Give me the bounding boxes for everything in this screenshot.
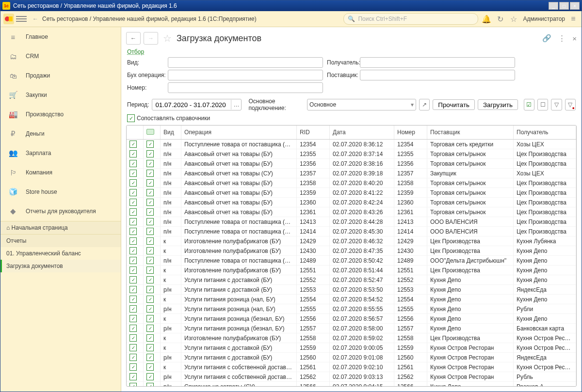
table-row[interactable]: ✓✓р/нУслуги питания с доставкой (БУ)1256… [127, 353, 576, 362]
row-checkbox[interactable]: ✓ [129, 179, 137, 187]
table-row[interactable]: ✓✓кИзготовление полуфабрикатов (БУ)12551… [127, 266, 576, 275]
row-checkbox-2[interactable]: ✓ [146, 199, 154, 206]
table-row[interactable]: ✓✓п/нАвансовый отчет на товары (БУ)12360… [127, 198, 576, 207]
row-checkbox[interactable]: ✓ [129, 373, 137, 380]
row-checkbox-2[interactable]: ✓ [146, 354, 154, 361]
table-row[interactable]: ✓✓п/нАвансовый отчет на товары (БУ)12359… [127, 188, 576, 198]
row-checkbox[interactable]: ✓ [129, 160, 137, 167]
sidebar-sub-1[interactable]: Загрузка документов [0, 260, 121, 272]
period-picker-button[interactable]: … [231, 100, 241, 110]
filter-button[interactable]: ▽ [551, 99, 562, 110]
table-row[interactable]: ✓✓кИзготовление полуфабрикатов (БУ)12429… [127, 236, 576, 246]
sidebar-item-6[interactable]: 👥Зарплата [0, 143, 121, 163]
row-checkbox[interactable]: ✓ [129, 334, 137, 342]
sidebar-item-7[interactable]: 🏳Компания [0, 163, 121, 182]
sidebar-item-5[interactable]: ₽Деньги [0, 124, 121, 143]
conn-open-button[interactable]: ↗ [419, 99, 430, 110]
history-icon[interactable]: ↻ [495, 14, 505, 24]
table-row[interactable]: ✓✓кУслуги питания розница (нал, БУ)12554… [127, 295, 576, 304]
row-checkbox[interactable]: ✓ [129, 141, 137, 148]
table-row[interactable]: ✓✓р/нУслуги питания с собственной достав… [127, 372, 576, 382]
col-header-1[interactable] [144, 125, 161, 140]
sidebar-item-4[interactable]: 🏭Производство [0, 105, 121, 124]
sidebar-item-1[interactable]: 🗂CRM [0, 47, 121, 66]
col-header-3[interactable]: Операция [181, 125, 297, 140]
row-checkbox-2[interactable]: ✓ [146, 179, 154, 187]
row-checkbox-2[interactable]: ✓ [146, 305, 154, 313]
row-checkbox[interactable]: ✓ [129, 237, 137, 245]
table-row[interactable]: ✓✓п/нПоступление товара от поставщика (Б… [127, 256, 576, 266]
col-header-4[interactable]: RID [297, 125, 330, 140]
row-checkbox-2[interactable]: ✓ [146, 286, 154, 293]
supplier-input[interactable] [360, 70, 515, 80]
table-row[interactable]: ✓✓р/нУслуги питания розница (безнал, БУ)… [127, 324, 576, 333]
table-row[interactable]: ✓✓п/нПоступление товара от поставщика (Б… [127, 217, 576, 227]
row-checkbox-2[interactable]: ✓ [146, 247, 154, 254]
row-checkbox[interactable]: ✓ [129, 228, 137, 235]
close-page-icon[interactable]: × [572, 34, 577, 43]
row-checkbox-2[interactable]: ✓ [146, 141, 154, 148]
table-row[interactable]: ✓✓п/нАвансовый отчет на товары (БУ)12358… [127, 178, 576, 188]
row-checkbox-2[interactable]: ✓ [146, 170, 154, 177]
table-row[interactable]: ✓✓п/нПоступление товара от поставщика (Б… [127, 227, 576, 236]
row-checkbox-2[interactable]: ✓ [146, 325, 154, 332]
row-checkbox[interactable]: ✓ [129, 150, 137, 157]
table-row[interactable]: ✓✓кУслуги питания с собственной доставко… [127, 362, 576, 372]
row-checkbox-2[interactable]: ✓ [146, 189, 154, 196]
table-row[interactable]: ✓✓р/нУслуги питания с доставкой (БУ)1255… [127, 285, 576, 295]
row-checkbox[interactable]: ✓ [129, 257, 137, 264]
table-row[interactable]: ✓✓п/нПоступление товара от поставщика (Б… [127, 140, 576, 149]
col-header-8[interactable]: Получатель [514, 125, 576, 140]
table-row[interactable]: ✓✓п/нАвансовый отчет на товары (СУ)12357… [127, 169, 576, 178]
user-label[interactable]: Администратор [523, 16, 565, 22]
oper-input[interactable] [168, 70, 323, 80]
row-checkbox-2[interactable]: ✓ [146, 237, 154, 245]
maximize-button[interactable]: □ [559, 2, 569, 10]
table-row[interactable]: ✓✓р/нУслуги питания розница (нал, БУ)125… [127, 304, 576, 314]
minimize-button[interactable]: _ [549, 2, 558, 10]
filter-link[interactable]: Отбор [127, 47, 576, 56]
sidebar-item-2[interactable]: 🛍Продажи [0, 66, 121, 85]
row-checkbox-2[interactable]: ✓ [146, 276, 154, 283]
close-button[interactable]: × [570, 2, 580, 10]
menu-icon[interactable] [16, 14, 27, 24]
row-checkbox-2[interactable]: ✓ [146, 150, 154, 157]
table-row[interactable]: ✓✓кУслуги питания с доставкой (БУ)125590… [127, 343, 576, 353]
row-checkbox[interactable]: ✓ [129, 383, 137, 386]
row-checkbox-2[interactable]: ✓ [146, 296, 154, 303]
table-row[interactable]: ✓✓кИзготовление полуфабрикатов (БУ)12558… [127, 333, 576, 343]
bell-icon[interactable]: 🔔 [481, 14, 492, 24]
row-checkbox-2[interactable]: ✓ [146, 383, 154, 386]
row-checkbox[interactable]: ✓ [129, 325, 137, 332]
row-checkbox[interactable]: ✓ [129, 189, 137, 196]
row-checkbox[interactable]: ✓ [129, 199, 137, 206]
row-checkbox[interactable]: ✓ [129, 315, 137, 322]
row-checkbox[interactable]: ✓ [129, 296, 137, 303]
row-checkbox[interactable]: ✓ [129, 218, 137, 225]
col-header-2[interactable]: Вид [161, 125, 181, 140]
row-checkbox-2[interactable]: ✓ [146, 315, 154, 322]
more-icon[interactable]: ≡ [568, 14, 579, 24]
table-row[interactable]: ✓✓кИзготовление полуфабрикатов (БУ)12430… [127, 246, 576, 256]
row-checkbox-2[interactable]: ✓ [146, 218, 154, 225]
col-header-6[interactable]: Номер [394, 125, 427, 140]
table-row[interactable]: ✓✓п/нАвансовый отчет на товары (БУ)12356… [127, 159, 576, 169]
row-checkbox-2[interactable]: ✓ [146, 160, 154, 167]
row-checkbox-2[interactable]: ✓ [146, 228, 154, 235]
sidebar-reports-label[interactable]: Отчеты [0, 234, 121, 247]
sidebar-item-0[interactable]: ≡Главное [0, 27, 121, 47]
row-checkbox-2[interactable]: ✓ [146, 257, 154, 264]
row-checkbox-2[interactable]: ✓ [146, 344, 154, 351]
col-header-7[interactable]: Поставщик [427, 125, 514, 140]
row-checkbox[interactable]: ✓ [129, 286, 137, 293]
match-directories-checkbox[interactable]: ✓ [127, 114, 135, 122]
vid-input[interactable] [168, 57, 323, 68]
load-button[interactable]: Загрузить [478, 99, 518, 110]
nav-back-button[interactable]: ← [126, 32, 141, 45]
clear-filter-button[interactable]: ▽● [565, 99, 576, 110]
row-checkbox[interactable]: ✓ [129, 247, 137, 254]
table-row[interactable]: ✓✓р/нСписание на затраты (СУ)1256602.07.… [127, 382, 576, 387]
row-checkbox[interactable]: ✓ [129, 344, 137, 351]
sidebar-item-9[interactable]: ◆Отчеты для руководителя [0, 202, 121, 221]
recipient-input[interactable] [360, 57, 515, 68]
